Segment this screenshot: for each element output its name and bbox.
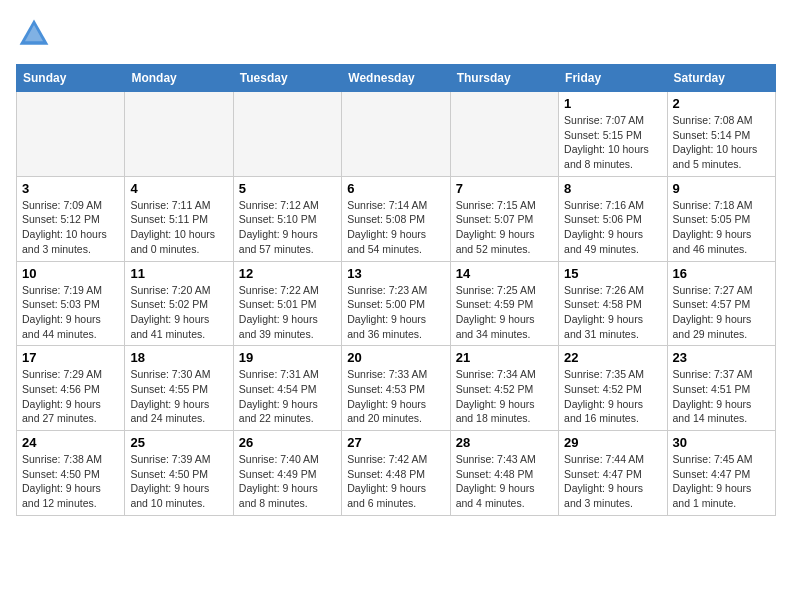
calendar-cell: 24Sunrise: 7:38 AM Sunset: 4:50 PM Dayli… [17, 431, 125, 516]
day-info: Sunrise: 7:11 AM Sunset: 5:11 PM Dayligh… [130, 198, 227, 257]
day-number: 9 [673, 181, 770, 196]
day-number: 11 [130, 266, 227, 281]
day-info: Sunrise: 7:14 AM Sunset: 5:08 PM Dayligh… [347, 198, 444, 257]
weekday-header-monday: Monday [125, 65, 233, 92]
day-info: Sunrise: 7:30 AM Sunset: 4:55 PM Dayligh… [130, 367, 227, 426]
calendar-cell: 20Sunrise: 7:33 AM Sunset: 4:53 PM Dayli… [342, 346, 450, 431]
calendar-cell: 13Sunrise: 7:23 AM Sunset: 5:00 PM Dayli… [342, 261, 450, 346]
calendar-cell: 25Sunrise: 7:39 AM Sunset: 4:50 PM Dayli… [125, 431, 233, 516]
calendar-cell: 8Sunrise: 7:16 AM Sunset: 5:06 PM Daylig… [559, 176, 667, 261]
calendar-cell: 23Sunrise: 7:37 AM Sunset: 4:51 PM Dayli… [667, 346, 775, 431]
weekday-header-tuesday: Tuesday [233, 65, 341, 92]
calendar-cell: 29Sunrise: 7:44 AM Sunset: 4:47 PM Dayli… [559, 431, 667, 516]
calendar-cell: 12Sunrise: 7:22 AM Sunset: 5:01 PM Dayli… [233, 261, 341, 346]
day-info: Sunrise: 7:27 AM Sunset: 4:57 PM Dayligh… [673, 283, 770, 342]
day-info: Sunrise: 7:20 AM Sunset: 5:02 PM Dayligh… [130, 283, 227, 342]
calendar-cell: 9Sunrise: 7:18 AM Sunset: 5:05 PM Daylig… [667, 176, 775, 261]
calendar-cell: 7Sunrise: 7:15 AM Sunset: 5:07 PM Daylig… [450, 176, 558, 261]
day-info: Sunrise: 7:39 AM Sunset: 4:50 PM Dayligh… [130, 452, 227, 511]
calendar-cell: 22Sunrise: 7:35 AM Sunset: 4:52 PM Dayli… [559, 346, 667, 431]
day-number: 21 [456, 350, 553, 365]
day-info: Sunrise: 7:44 AM Sunset: 4:47 PM Dayligh… [564, 452, 661, 511]
day-number: 17 [22, 350, 119, 365]
calendar-cell [450, 92, 558, 177]
day-number: 28 [456, 435, 553, 450]
weekday-header-saturday: Saturday [667, 65, 775, 92]
weekday-header-row: SundayMondayTuesdayWednesdayThursdayFrid… [17, 65, 776, 92]
page-header [16, 16, 776, 52]
weekday-header-thursday: Thursday [450, 65, 558, 92]
day-number: 20 [347, 350, 444, 365]
day-info: Sunrise: 7:23 AM Sunset: 5:00 PM Dayligh… [347, 283, 444, 342]
day-info: Sunrise: 7:07 AM Sunset: 5:15 PM Dayligh… [564, 113, 661, 172]
weekday-header-sunday: Sunday [17, 65, 125, 92]
calendar-week-5: 24Sunrise: 7:38 AM Sunset: 4:50 PM Dayli… [17, 431, 776, 516]
calendar-cell: 26Sunrise: 7:40 AM Sunset: 4:49 PM Dayli… [233, 431, 341, 516]
day-info: Sunrise: 7:31 AM Sunset: 4:54 PM Dayligh… [239, 367, 336, 426]
calendar-cell: 30Sunrise: 7:45 AM Sunset: 4:47 PM Dayli… [667, 431, 775, 516]
day-info: Sunrise: 7:43 AM Sunset: 4:48 PM Dayligh… [456, 452, 553, 511]
day-number: 3 [22, 181, 119, 196]
day-info: Sunrise: 7:12 AM Sunset: 5:10 PM Dayligh… [239, 198, 336, 257]
day-info: Sunrise: 7:34 AM Sunset: 4:52 PM Dayligh… [456, 367, 553, 426]
calendar-cell: 4Sunrise: 7:11 AM Sunset: 5:11 PM Daylig… [125, 176, 233, 261]
calendar-cell: 6Sunrise: 7:14 AM Sunset: 5:08 PM Daylig… [342, 176, 450, 261]
calendar-week-4: 17Sunrise: 7:29 AM Sunset: 4:56 PM Dayli… [17, 346, 776, 431]
day-number: 25 [130, 435, 227, 450]
day-number: 29 [564, 435, 661, 450]
calendar-cell [342, 92, 450, 177]
weekday-header-wednesday: Wednesday [342, 65, 450, 92]
calendar-week-1: 1Sunrise: 7:07 AM Sunset: 5:15 PM Daylig… [17, 92, 776, 177]
day-number: 1 [564, 96, 661, 111]
calendar-cell: 2Sunrise: 7:08 AM Sunset: 5:14 PM Daylig… [667, 92, 775, 177]
calendar-cell [17, 92, 125, 177]
day-info: Sunrise: 7:19 AM Sunset: 5:03 PM Dayligh… [22, 283, 119, 342]
calendar-cell: 11Sunrise: 7:20 AM Sunset: 5:02 PM Dayli… [125, 261, 233, 346]
day-number: 6 [347, 181, 444, 196]
calendar-week-2: 3Sunrise: 7:09 AM Sunset: 5:12 PM Daylig… [17, 176, 776, 261]
calendar-cell: 15Sunrise: 7:26 AM Sunset: 4:58 PM Dayli… [559, 261, 667, 346]
day-number: 18 [130, 350, 227, 365]
day-number: 7 [456, 181, 553, 196]
day-info: Sunrise: 7:38 AM Sunset: 4:50 PM Dayligh… [22, 452, 119, 511]
day-info: Sunrise: 7:26 AM Sunset: 4:58 PM Dayligh… [564, 283, 661, 342]
day-number: 22 [564, 350, 661, 365]
day-number: 19 [239, 350, 336, 365]
day-number: 30 [673, 435, 770, 450]
day-info: Sunrise: 7:45 AM Sunset: 4:47 PM Dayligh… [673, 452, 770, 511]
day-number: 26 [239, 435, 336, 450]
weekday-header-friday: Friday [559, 65, 667, 92]
day-number: 8 [564, 181, 661, 196]
day-number: 10 [22, 266, 119, 281]
calendar-cell: 3Sunrise: 7:09 AM Sunset: 5:12 PM Daylig… [17, 176, 125, 261]
day-number: 15 [564, 266, 661, 281]
calendar-cell: 27Sunrise: 7:42 AM Sunset: 4:48 PM Dayli… [342, 431, 450, 516]
calendar-cell: 1Sunrise: 7:07 AM Sunset: 5:15 PM Daylig… [559, 92, 667, 177]
day-info: Sunrise: 7:42 AM Sunset: 4:48 PM Dayligh… [347, 452, 444, 511]
day-info: Sunrise: 7:08 AM Sunset: 5:14 PM Dayligh… [673, 113, 770, 172]
logo-icon [16, 16, 52, 52]
day-number: 27 [347, 435, 444, 450]
calendar-cell: 17Sunrise: 7:29 AM Sunset: 4:56 PM Dayli… [17, 346, 125, 431]
logo [16, 16, 56, 52]
calendar-week-3: 10Sunrise: 7:19 AM Sunset: 5:03 PM Dayli… [17, 261, 776, 346]
calendar-cell [233, 92, 341, 177]
day-number: 4 [130, 181, 227, 196]
day-info: Sunrise: 7:15 AM Sunset: 5:07 PM Dayligh… [456, 198, 553, 257]
calendar-cell: 28Sunrise: 7:43 AM Sunset: 4:48 PM Dayli… [450, 431, 558, 516]
day-info: Sunrise: 7:35 AM Sunset: 4:52 PM Dayligh… [564, 367, 661, 426]
day-info: Sunrise: 7:37 AM Sunset: 4:51 PM Dayligh… [673, 367, 770, 426]
calendar-cell: 18Sunrise: 7:30 AM Sunset: 4:55 PM Dayli… [125, 346, 233, 431]
day-number: 2 [673, 96, 770, 111]
day-info: Sunrise: 7:22 AM Sunset: 5:01 PM Dayligh… [239, 283, 336, 342]
calendar-cell: 19Sunrise: 7:31 AM Sunset: 4:54 PM Dayli… [233, 346, 341, 431]
calendar-table: SundayMondayTuesdayWednesdayThursdayFrid… [16, 64, 776, 516]
day-number: 23 [673, 350, 770, 365]
day-number: 13 [347, 266, 444, 281]
day-number: 14 [456, 266, 553, 281]
calendar-cell: 21Sunrise: 7:34 AM Sunset: 4:52 PM Dayli… [450, 346, 558, 431]
day-number: 24 [22, 435, 119, 450]
day-info: Sunrise: 7:40 AM Sunset: 4:49 PM Dayligh… [239, 452, 336, 511]
day-info: Sunrise: 7:25 AM Sunset: 4:59 PM Dayligh… [456, 283, 553, 342]
day-info: Sunrise: 7:29 AM Sunset: 4:56 PM Dayligh… [22, 367, 119, 426]
